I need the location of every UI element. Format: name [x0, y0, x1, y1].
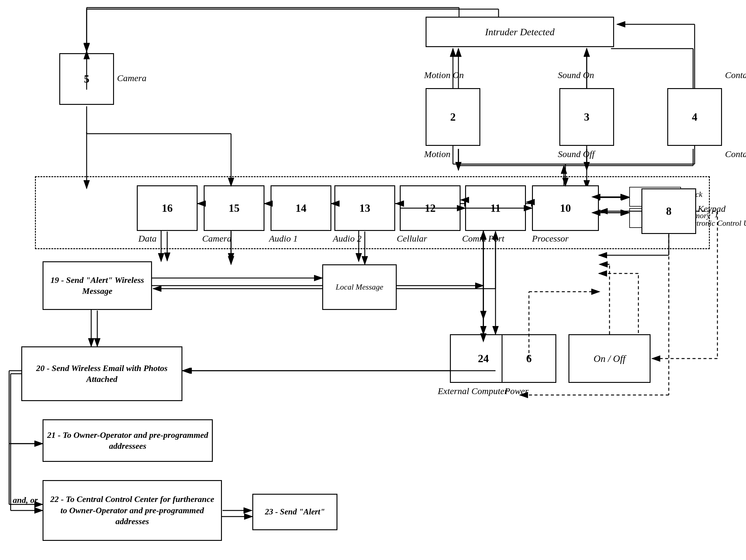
box-13: 13: [335, 185, 395, 231]
box-7: On / Off: [569, 334, 651, 383]
box-12: 12: [400, 185, 461, 231]
contact-switch-on-label: Contact Switch On: [725, 70, 746, 80]
box-4: 4: [667, 88, 722, 146]
box-23: 23 - Send "Alert": [252, 494, 338, 530]
box24-label: External Computer: [438, 386, 508, 396]
box15-label: Camera: [202, 233, 232, 244]
motion-on-label: Motion On: [424, 70, 464, 80]
box16-label: Data: [138, 233, 156, 244]
intruder-detected-label: Intruder Detected: [485, 26, 554, 38]
box11-label: Comm Port: [462, 233, 504, 244]
box-9: Local Message: [322, 264, 397, 310]
intruder-detected-box: Intruder Detected: [426, 17, 614, 47]
box-14: 14: [270, 185, 332, 231]
box-8: 8: [641, 188, 696, 234]
box-16: 16: [137, 185, 198, 231]
box14-label: Audio 1: [269, 233, 297, 244]
box-15: 15: [204, 185, 264, 231]
box-6: 6: [501, 334, 556, 383]
box-5: 5: [59, 53, 114, 105]
box-20: 20 - Send Wireless Email with Photos Att…: [21, 346, 182, 401]
box-22: 22 - To Central Control Center for furth…: [42, 480, 222, 541]
box13-label: Audio 2: [333, 233, 362, 244]
box5-label: Camera: [117, 73, 146, 83]
box6-label: Power: [505, 386, 528, 396]
box-2: 2: [426, 88, 480, 146]
and-or-label: and, or: [13, 495, 38, 505]
box10-label: Processor: [532, 233, 569, 244]
box8-label: Keypad: [698, 204, 726, 214]
box-21: 21 - To Owner-Operator and pre-programme…: [42, 419, 213, 462]
contact-switch-off-label: Contact Switch Off: [725, 149, 746, 159]
box-11: 11: [465, 185, 526, 231]
box-10: 10: [532, 185, 599, 231]
sound-on-label: Sound On: [558, 70, 594, 80]
sound-off-label: Sound Off: [558, 149, 595, 159]
box-3: 3: [560, 88, 614, 146]
motion-off-label: Motion: [424, 149, 451, 159]
box-19: 19 - Send "Alert" Wireless Message: [42, 261, 152, 310]
box12-label: Cellular: [397, 233, 427, 244]
